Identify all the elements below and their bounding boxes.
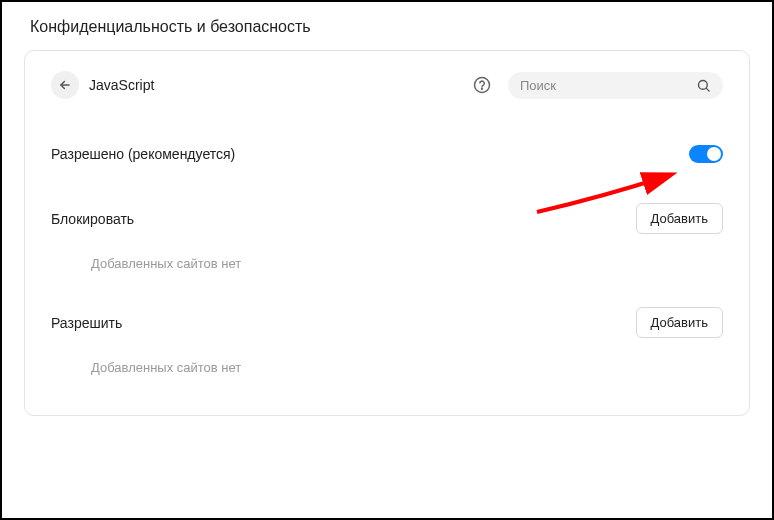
search-input[interactable] [520, 78, 688, 93]
allow-section-title: Разрешить [51, 315, 122, 331]
block-section: Блокировать Добавить Добавленных сайтов … [51, 203, 723, 271]
page-heading: Конфиденциальность и безопасность [2, 2, 772, 50]
allowed-label: Разрешено (рекомендуется) [51, 146, 235, 162]
arrow-left-icon [58, 78, 72, 92]
svg-point-1 [475, 78, 490, 93]
card-header: JavaScript [51, 71, 723, 99]
allow-section: Разрешить Добавить Добавленных сайтов не… [51, 307, 723, 375]
help-button[interactable] [472, 75, 492, 95]
svg-point-2 [482, 88, 483, 89]
allowed-row: Разрешено (рекомендуется) [51, 141, 723, 167]
card-title: JavaScript [89, 77, 462, 93]
block-add-button[interactable]: Добавить [636, 203, 723, 234]
allow-add-button[interactable]: Добавить [636, 307, 723, 338]
block-empty-text: Добавленных сайтов нет [91, 256, 723, 271]
search-box[interactable] [508, 72, 723, 99]
svg-line-4 [706, 88, 709, 91]
javascript-toggle[interactable] [689, 145, 723, 163]
block-section-title: Блокировать [51, 211, 134, 227]
toggle-knob [707, 147, 721, 161]
search-icon [696, 78, 711, 93]
allow-section-head: Разрешить Добавить [51, 307, 723, 338]
settings-card: JavaScript Разрешено (рекомендуется) Бло… [24, 50, 750, 416]
help-icon [473, 76, 491, 94]
block-section-head: Блокировать Добавить [51, 203, 723, 234]
allow-empty-text: Добавленных сайтов нет [91, 360, 723, 375]
back-button[interactable] [51, 71, 79, 99]
